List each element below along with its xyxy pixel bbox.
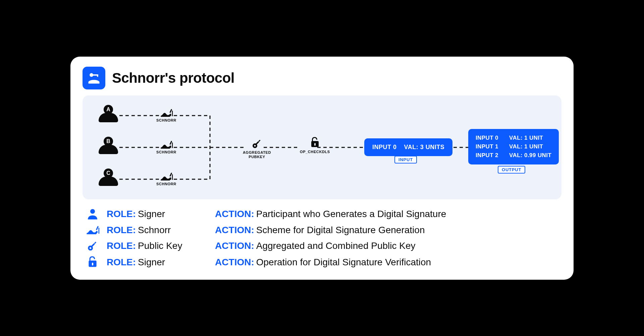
header: Schnorr's protocol	[83, 67, 561, 89]
schnorr-label: SCHNORR	[156, 150, 176, 154]
sign-icon	[160, 108, 173, 118]
role-value: Signer	[138, 209, 205, 219]
legend-row-lock: ROLE:SignerACTION:Operation for Digital …	[85, 256, 561, 268]
input-right: VAL: 3 UNITS	[404, 144, 445, 151]
action-label: ACTION:	[215, 241, 254, 251]
schnorr-label: SCHNORR	[156, 182, 176, 186]
svg-rect-23	[92, 263, 93, 265]
svg-rect-14	[314, 143, 316, 146]
signer-badge: B	[104, 137, 113, 146]
lock-open-icon	[310, 137, 320, 148]
action-value: Aggregated and Combined Public Key	[256, 241, 416, 251]
sign-icon	[160, 140, 173, 149]
schnorr-stage-b: SCHNORR	[156, 140, 176, 154]
svg-point-15	[90, 209, 95, 214]
role-label: ROLE:	[107, 241, 136, 251]
sign-icon	[85, 225, 101, 235]
schnorr-label: SCHNORR	[156, 118, 176, 122]
schnorr-stage-c: SCHNORR	[156, 172, 176, 186]
output-left: INPUT 0	[476, 135, 502, 141]
svg-rect-8	[172, 174, 173, 180]
key-hand-icon	[83, 67, 105, 89]
action-value: Operation for Digital Signature Verifica…	[256, 257, 431, 267]
role-label: ROLE:	[107, 209, 136, 219]
person-icon	[99, 177, 118, 186]
legend-row-key: ROLE:Public KeyACTION:Aggregated and Com…	[85, 240, 561, 252]
svg-rect-12	[258, 140, 260, 142]
output-row: INPUT 2 VAL: 0.99 UNIT	[476, 151, 551, 160]
input-left: INPUT 0	[372, 144, 397, 151]
key-icon	[85, 240, 101, 252]
output-tag: OUTPUT	[498, 166, 525, 174]
stage-label: AGGREGATED PUBKEY	[243, 150, 271, 159]
key-icon	[252, 138, 262, 149]
person-icon	[99, 113, 118, 122]
action-label: ACTION:	[215, 209, 254, 219]
role-label: ROLE:	[107, 257, 136, 267]
action-value: Scheme for Digital Signature Generation	[256, 225, 425, 235]
stage-label: OP_CHECKDLS	[300, 150, 330, 154]
output-left: INPUT 2	[476, 152, 502, 159]
sign-icon	[160, 172, 173, 181]
output-right: VAL: 0.99 UNIT	[509, 152, 551, 159]
input-tag: INPUT	[394, 156, 417, 163]
role-value: Schnorr	[138, 225, 205, 236]
diagram-card: Schnorr's protocol A B C	[70, 57, 574, 280]
checkdls-stage: OP_CHECKDLS	[300, 137, 330, 154]
signer-b: B	[99, 137, 118, 154]
output-left: INPUT 1	[476, 143, 502, 150]
signer-badge: C	[104, 169, 113, 178]
svg-rect-5	[169, 141, 172, 145]
action-label: ACTION:	[215, 257, 254, 267]
legend-row-schnorr: ROLE:SchnorrACTION:Scheme for Digital Si…	[85, 225, 561, 236]
output-box: INPUT 0 VAL: 1 UNIT INPUT 1 VAL: 1 UNIT …	[468, 129, 559, 164]
svg-rect-17	[99, 228, 100, 234]
signer-badge: A	[104, 105, 113, 114]
svg-rect-6	[172, 142, 173, 148]
svg-rect-7	[169, 173, 172, 177]
svg-rect-4	[172, 111, 173, 116]
flow-diagram: A B C SCHNORR SCHNORR SCHNORR AGGREGATED…	[83, 95, 561, 199]
signer-c: C	[99, 169, 118, 186]
role-label: ROLE:	[107, 225, 136, 235]
aggregated-pubkey-stage: AGGREGATED PUBKEY	[243, 138, 271, 159]
signer-a: A	[99, 105, 118, 122]
legend: ROLE:SignerACTION:Participant who Genera…	[83, 208, 561, 268]
action-label: ACTION:	[215, 225, 254, 235]
output-row: INPUT 0 VAL: 1 UNIT	[476, 134, 551, 142]
svg-rect-21	[94, 242, 96, 244]
svg-rect-16	[96, 226, 99, 230]
lock-open-icon	[85, 256, 101, 268]
output-right: VAL: 1 UNIT	[509, 143, 543, 150]
svg-rect-2	[97, 74, 98, 77]
schnorr-stage-a: SCHNORR	[156, 108, 176, 122]
input-box: INPUT 0 VAL: 3 UNITS	[364, 138, 452, 156]
legend-row-signer: ROLE:SignerACTION:Participant who Genera…	[85, 208, 561, 220]
action-value: Participant who Generates a Digital Sign…	[256, 209, 446, 219]
output-right: VAL: 1 UNIT	[509, 135, 543, 141]
person-icon	[99, 145, 118, 154]
person-icon	[85, 208, 101, 220]
role-value: Signer	[138, 257, 205, 268]
page-title: Schnorr's protocol	[112, 70, 234, 86]
svg-rect-3	[169, 109, 172, 113]
output-row: INPUT 1 VAL: 1 UNIT	[476, 142, 551, 151]
role-value: Public Key	[138, 241, 205, 251]
